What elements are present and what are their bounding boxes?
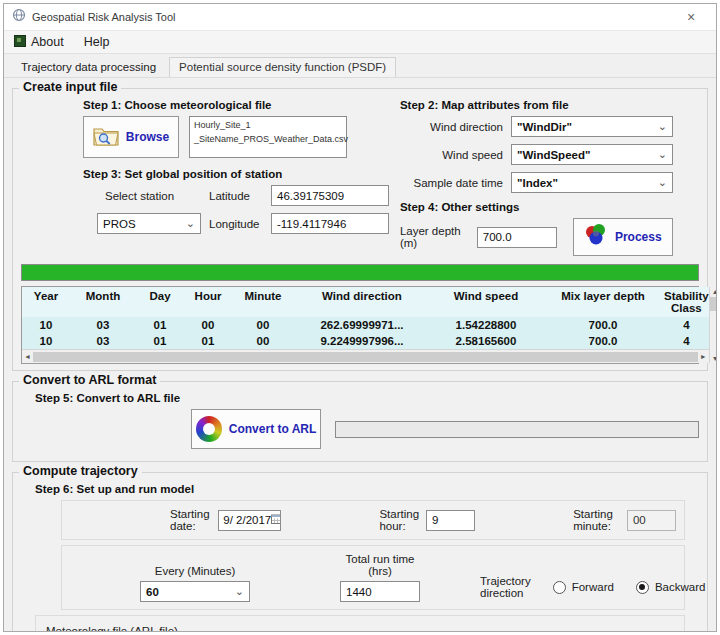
longitude-input[interactable]: -119.4117946	[271, 213, 389, 234]
cell: 262.69999971...	[294, 317, 430, 333]
cell: 700.0	[542, 333, 664, 349]
h-scroll-thumb[interactable]	[33, 352, 698, 362]
step6-title: Step 6: Set up and run model	[35, 483, 699, 495]
calendar-icon	[271, 514, 281, 526]
col-header[interactable]: Day	[136, 287, 184, 317]
met-file-name-box[interactable]: Hourly_Site_1 _SiteName_PROS_Weather_Dat…	[189, 116, 347, 158]
table-vertical-scrollbar[interactable]: ▲ ▼	[709, 287, 717, 363]
backward-radio-circle	[636, 581, 649, 594]
arl-file-label: Meteorology file (ARL file)	[46, 625, 676, 632]
chevron-down-icon: ⌄	[658, 177, 667, 188]
col-header[interactable]: Minute	[232, 287, 294, 317]
table-row[interactable]: 10 03 01 01 00 9.2249997996... 2.5816560…	[22, 333, 709, 349]
col-header[interactable]: Hour	[184, 287, 232, 317]
table-row[interactable]: 10 03 01 00 00 262.69999971... 1.5422880…	[22, 317, 709, 333]
create-input-group-title: Create input file	[19, 80, 121, 94]
cell: 10	[22, 317, 70, 333]
wind-speed-value: "WindSpeed"	[517, 149, 590, 161]
starting-date-label: Starting date:	[170, 508, 212, 532]
convert-to-arl-button[interactable]: Convert to ARL	[191, 409, 321, 449]
starting-hour-label: Starting hour:	[379, 508, 422, 532]
longitude-label: Longitude	[209, 218, 271, 230]
folder-search-icon	[93, 125, 119, 150]
col-header[interactable]: Wind speed	[430, 287, 542, 317]
process-progress-bar	[21, 264, 699, 281]
cell: 2.58165600	[430, 333, 542, 349]
cell: 4	[664, 317, 709, 333]
cell: 01	[184, 333, 232, 349]
convert-to-arl-label: Convert to ARL	[229, 422, 317, 436]
app-icon	[12, 8, 26, 26]
wind-direction-select[interactable]: "WindDir" ⌄	[511, 116, 673, 137]
latitude-label: Latitude	[209, 190, 271, 202]
window-title: Geospatial Risk Analysis Tool	[32, 11, 175, 23]
menu-help[interactable]: Help	[84, 35, 110, 49]
col-header[interactable]: Mix layer depth	[542, 287, 664, 317]
tab-psdf[interactable]: Potential source density function (PSDF)	[169, 57, 396, 77]
total-run-time-input[interactable]: 1440	[340, 581, 420, 602]
cell: 00	[184, 317, 232, 333]
col-header[interactable]: Month	[70, 287, 136, 317]
process-button[interactable]: Process	[573, 218, 673, 256]
menu-help-label: Help	[84, 35, 110, 49]
title-bar: Geospatial Risk Analysis Tool ×	[4, 4, 716, 30]
table-horizontal-scrollbar[interactable]: ◄ ►	[22, 349, 709, 363]
step2-title: Step 2: Map attributes from file	[400, 99, 699, 111]
starting-hour-input[interactable]: 9	[426, 510, 475, 531]
wind-speed-select[interactable]: "WindSpeed" ⌄	[511, 144, 673, 165]
browse-met-file-button[interactable]: Browse	[83, 116, 179, 158]
step5-title: Step 5: Convert to ARL file	[35, 392, 699, 404]
starting-date-picker[interactable]: 9/ 2/2017 ▾	[218, 510, 281, 531]
cell: 700.0	[542, 317, 664, 333]
close-button[interactable]: ×	[674, 4, 708, 30]
forward-radio-circle	[553, 581, 566, 594]
cell: 03	[70, 333, 136, 349]
station-select[interactable]: PROS ⌄	[97, 213, 201, 234]
cell: 1.54228800	[430, 317, 542, 333]
app-window: Geospatial Risk Analysis Tool × About He…	[3, 3, 717, 632]
convert-progress-bar	[335, 421, 699, 438]
every-minutes-label: Every (Minutes)	[140, 565, 250, 577]
select-station-label: Select station	[97, 190, 209, 202]
starting-date-value: 9/ 2/2017	[223, 514, 271, 526]
every-minutes-select[interactable]: 60 ⌄	[140, 581, 250, 602]
forward-radio[interactable]: Forward	[553, 581, 614, 594]
col-header[interactable]: Year	[22, 287, 70, 317]
cell: 01	[136, 333, 184, 349]
scroll-down-icon[interactable]: ▼	[712, 355, 717, 362]
chevron-down-icon: ⌄	[235, 586, 244, 597]
backward-radio[interactable]: Backward	[636, 581, 706, 594]
menu-bar: About Help	[4, 30, 716, 54]
process-label: Process	[615, 230, 662, 244]
convert-arl-group-title: Convert to ARL format	[19, 373, 160, 387]
weather-data-table: Year Month Day Hour Minute Wind directio…	[21, 286, 699, 364]
met-file-name-line1: Hourly_Site_1	[194, 119, 342, 133]
menu-about[interactable]: About	[14, 35, 64, 50]
tab-trajectory-data-processing[interactable]: Trajectory data processing	[12, 58, 165, 77]
process-progress-fill	[22, 265, 698, 280]
scroll-left-icon[interactable]: ◄	[24, 353, 31, 360]
run-settings-panel: Every (Minutes) 60 ⌄ Total run time (hrs…	[61, 545, 685, 610]
latitude-input[interactable]: 46.39175309	[271, 185, 389, 206]
wind-direction-label: Wind direction	[430, 121, 503, 133]
scroll-up-icon[interactable]: ▲	[712, 288, 717, 295]
cell: 10	[22, 333, 70, 349]
starting-minute-label: Starting minute:	[573, 508, 623, 532]
cell: 01	[136, 317, 184, 333]
trajectory-direction-label: Trajectory direction	[480, 575, 531, 599]
scroll-right-icon[interactable]: ►	[700, 353, 707, 360]
step4-title: Step 4: Other settings	[400, 201, 699, 213]
cell: 9.2249997996...	[294, 333, 430, 349]
starting-minute-input[interactable]: 00	[627, 510, 676, 531]
every-minutes-value: 60	[146, 586, 159, 598]
col-header[interactable]: Stability Class	[664, 287, 709, 317]
v-scroll-thumb[interactable]	[710, 297, 717, 311]
compute-trajectory-group: Compute trajectory Step 6: Set up and ru…	[12, 472, 708, 632]
col-header[interactable]: Wind direction	[294, 287, 430, 317]
layer-depth-input[interactable]: 700.0	[477, 227, 557, 248]
met-file-panel: Meteorology file (ARL file) C:\HYSPLIT\w…	[35, 615, 685, 632]
wind-direction-value: "WindDir"	[517, 121, 572, 133]
station-value: PROS	[103, 218, 136, 230]
sample-datetime-select[interactable]: "Index" ⌄	[511, 172, 673, 193]
process-icon	[584, 223, 608, 251]
